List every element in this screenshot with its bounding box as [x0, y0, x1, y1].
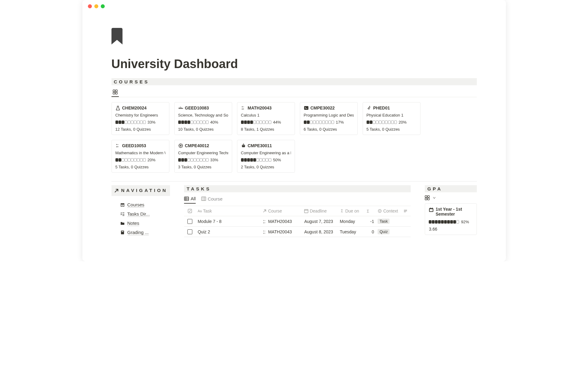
- window-titlebar: [82, 0, 506, 12]
- gallery-icon: [113, 90, 118, 94]
- course-card[interactable]: +−×÷GEED10053Mathematics in the Modern W…: [111, 140, 169, 173]
- navigation-title: NAVIGATION: [121, 187, 168, 194]
- board-icon: [201, 196, 206, 201]
- svg-text:+−: +−: [116, 144, 119, 146]
- svg-rect-50: [430, 209, 433, 211]
- tasks-tab-course[interactable]: Course: [201, 195, 222, 203]
- course-card[interactable]: CMPE30022Programming Logic and Design17%…: [300, 102, 358, 135]
- dueon-column-label: Due on: [345, 209, 359, 213]
- bookmark-icon: [111, 28, 123, 45]
- archive-icon: [120, 202, 125, 207]
- math-icon: +−×÷: [241, 105, 246, 110]
- app-window: University Dashboard COURSES CHEM20024Ch…: [82, 0, 506, 261]
- svg-rect-46: [428, 196, 429, 197]
- run-icon: [367, 105, 371, 110]
- courses-view-tabs: [111, 85, 477, 97]
- course-card[interactable]: +−×÷MATH20043Calculus 144%8 Tasks, 1 Qui…: [237, 102, 295, 135]
- nav-item[interactable]: Courses: [120, 200, 170, 209]
- svg-rect-3: [115, 92, 117, 94]
- course-card[interactable]: CMPE30011Computer Engineering as a Disci…: [237, 140, 295, 173]
- course-percent: 44%: [273, 120, 281, 125]
- navigation-items: CoursesTasks Dir...NotesGrading ...: [111, 196, 170, 237]
- progress-bar: [367, 121, 397, 124]
- svg-rect-48: [428, 198, 429, 200]
- select-icon: [378, 209, 382, 213]
- task-course: MATH20043: [268, 229, 292, 234]
- tasks-panel: TASKS All Course AaTask Course Deadlin: [184, 185, 411, 237]
- course-percent: 17%: [336, 120, 344, 125]
- svg-point-37: [378, 209, 381, 213]
- course-percent: 20%: [148, 158, 156, 162]
- course-name: Mathematics in the Modern World: [115, 151, 165, 155]
- course-tasks-count: 2 Tasks, 0 Quizzes: [241, 165, 291, 169]
- progress-bar: [178, 121, 209, 124]
- nav-item[interactable]: Grading ...: [120, 228, 170, 237]
- book-icon: [120, 230, 125, 235]
- task-deadline: August 7, 2023: [304, 219, 333, 224]
- course-name: Chemistry for Engineers: [115, 113, 165, 117]
- course-tasks-count: 12 Tasks, 0 Quizzes: [115, 127, 165, 132]
- nav-item[interactable]: Notes: [120, 219, 170, 228]
- math-icon: +−×÷: [115, 143, 120, 148]
- svg-rect-47: [425, 198, 427, 200]
- progress-bar: [115, 121, 146, 124]
- page-title: University Dashboard: [111, 57, 477, 71]
- navigation-header: NAVIGATION: [111, 185, 170, 196]
- text-icon: [403, 209, 408, 213]
- svg-rect-2: [113, 92, 115, 94]
- course-column-label: Course: [268, 209, 282, 213]
- minimize-window-button[interactable]: [94, 4, 98, 8]
- course-name: Science, Technology and Society: [178, 113, 228, 117]
- tasks-tab-all[interactable]: All: [184, 195, 196, 204]
- gallery-icon[interactable]: [425, 195, 430, 200]
- close-window-button[interactable]: [88, 4, 92, 8]
- svg-rect-30: [202, 197, 206, 201]
- course-percent: 20%: [399, 120, 407, 125]
- course-name: Computer Engineering Technology: [178, 151, 228, 155]
- svg-rect-52: [432, 208, 432, 209]
- tasks-tab-course-label: Course: [208, 196, 222, 201]
- nav-item-label: Notes: [127, 220, 139, 226]
- course-percent: 40%: [210, 120, 218, 125]
- gpa-card[interactable]: 1st Year - 1st Semester 92% 3.66: [425, 203, 477, 235]
- svg-text:×÷: ×÷: [263, 232, 266, 234]
- maximize-window-button[interactable]: [101, 4, 105, 8]
- task-name: Module 7 - 8: [198, 219, 221, 224]
- task-deadline: August 8, 2023: [304, 229, 333, 234]
- gallery-view-tab[interactable]: [111, 88, 119, 97]
- gpa-percent: 92%: [461, 220, 469, 224]
- task-row[interactable]: Quiz 2+−×÷MATH20043August 8, 2023Tuesday…: [184, 227, 411, 237]
- svg-text:×÷: ×÷: [242, 108, 244, 110]
- tasks-view-tabs: All Course: [184, 192, 411, 206]
- nav-item[interactable]: Tasks Dir...: [120, 209, 170, 219]
- context-column-label: Context: [383, 209, 398, 213]
- progress-bar: [304, 121, 334, 124]
- task-row[interactable]: Module 7 - 8+−×÷MATH20043August 7, 2023M…: [184, 216, 411, 227]
- svg-rect-0: [113, 90, 115, 92]
- course-card[interactable]: CHEM20024Chemistry for Engineers33%12 Ta…: [111, 102, 169, 135]
- progress-bar: [241, 158, 271, 162]
- course-name: Physical Education 1: [367, 113, 417, 117]
- svg-rect-1: [115, 90, 117, 92]
- task-checkbox[interactable]: [187, 229, 192, 234]
- course-card[interactable]: PHED01Physical Education 120%5 Tasks, 0 …: [363, 102, 420, 135]
- progress-bar: [429, 220, 459, 224]
- svg-rect-34: [304, 209, 308, 213]
- course-code: CHEM20024: [122, 105, 147, 110]
- svg-rect-24: [121, 231, 124, 234]
- bottom-row: NAVIGATION CoursesTasks Dir...NotesGradi…: [111, 185, 477, 237]
- task-sigma: -1: [370, 219, 374, 224]
- svg-rect-45: [425, 196, 427, 197]
- course-tasks-count: 5 Tasks, 0 Quizzes: [115, 165, 165, 169]
- course-tasks-count: 3 Tasks, 0 Quizzes: [178, 165, 228, 169]
- progress-bar: [178, 158, 209, 162]
- course-name: Computer Engineering as a Discipline: [241, 151, 291, 155]
- task-dueon: Monday: [340, 219, 355, 224]
- chevron-down-icon[interactable]: [432, 196, 436, 200]
- course-card[interactable]: GEED10083Science, Technology and Society…: [174, 102, 232, 135]
- course-card[interactable]: CMPE40012Computer Engineering Technology…: [174, 140, 232, 173]
- course-code: CMPE30022: [311, 105, 335, 110]
- course-percent: 33%: [148, 120, 156, 125]
- folder-icon: [120, 221, 125, 226]
- task-checkbox[interactable]: [187, 219, 192, 224]
